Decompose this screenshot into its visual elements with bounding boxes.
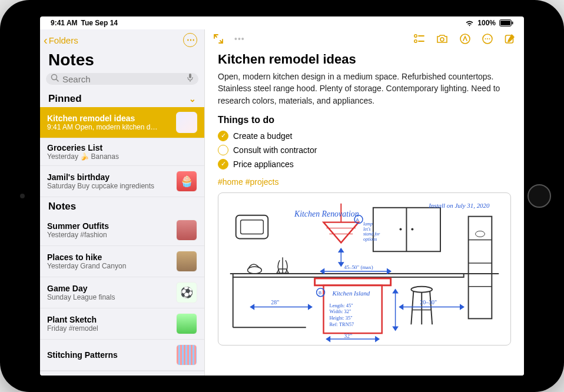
note-title: Places to hike xyxy=(47,253,171,262)
sidebar-footer-count: 22 Notes xyxy=(40,371,204,376)
note-tags[interactable]: #home #projects xyxy=(218,177,511,187)
drag-grip-icon[interactable]: ••• xyxy=(234,34,245,44)
status-date: Tue Sep 14 xyxy=(81,19,118,27)
svg-point-11 xyxy=(440,38,444,41)
note-item-gameday[interactable]: Game Day Sunday League finals ⚽ xyxy=(40,277,204,308)
svg-point-23 xyxy=(400,228,402,230)
note-item-stitching[interactable]: Stitching Patterns xyxy=(40,340,204,371)
note-item-birthday[interactable]: Jamil's birthday Saturday Buy cupcake in… xyxy=(40,166,204,197)
note-item-groceries[interactable]: Groceries List Yesterday 🍌 Bananas xyxy=(40,138,204,166)
note-heading: Kitchen remodel ideas xyxy=(218,52,511,67)
checklist-item[interactable]: ✓ Price appliances xyxy=(218,157,511,171)
note-item-plant[interactable]: Plant Sketch Friday #remodel xyxy=(40,308,204,340)
marker-a: A xyxy=(356,217,359,222)
notes-section-header[interactable]: Notes xyxy=(40,197,204,215)
note-meta: Saturday Buy cupcake ingredients xyxy=(47,182,171,190)
svg-point-7 xyxy=(414,35,417,37)
battery-icon xyxy=(499,19,513,26)
pinned-section-header[interactable]: Pinned ⌄ xyxy=(40,89,204,107)
svg-rect-25 xyxy=(469,217,492,319)
note-meta: Yesterday #fashion xyxy=(47,231,171,239)
note-item-hike[interactable]: Places to hike Yesterday Grand Canyon xyxy=(40,246,204,277)
note-content[interactable]: Kitchen remodel ideas Open, modern kitch… xyxy=(205,48,524,354)
note-meta: Friday #remodel xyxy=(47,324,171,333)
sketch-lamp-note: lamplet'sstand foroptions xyxy=(363,221,380,242)
svg-point-15 xyxy=(487,38,488,39)
note-title: Summer Outfits xyxy=(47,221,171,231)
svg-rect-5 xyxy=(189,74,191,78)
dim-bottom: 32" xyxy=(344,333,352,339)
notes-label: Notes xyxy=(48,201,76,212)
checklist-item[interactable]: ✓ Create a budget xyxy=(218,129,511,143)
compose-button[interactable] xyxy=(504,33,516,45)
chevron-left-icon: ‹ xyxy=(44,34,48,47)
svg-point-36 xyxy=(248,267,262,274)
svg-point-9 xyxy=(414,40,417,42)
note-thumbnail xyxy=(176,344,197,366)
chevron-down-icon: ⌄ xyxy=(189,94,196,104)
search-input[interactable] xyxy=(62,74,187,84)
checkbox-checked-icon[interactable]: ✓ xyxy=(218,131,228,141)
marker-b: B xyxy=(319,290,321,295)
camera-button[interactable] xyxy=(436,34,449,44)
note-title: Stitching Patterns xyxy=(47,350,171,360)
svg-line-4 xyxy=(57,79,59,82)
checklist-item[interactable]: Consult with contractor xyxy=(218,143,511,157)
search-field[interactable] xyxy=(46,73,198,85)
detail-more-button[interactable] xyxy=(482,33,493,45)
status-time: 9:41 AM xyxy=(51,19,78,27)
notes-list: Summer Outfits Yesterday #fashion Places… xyxy=(40,215,204,371)
checklist-text: Create a budget xyxy=(233,131,292,141)
checklist-text: Consult with contractor xyxy=(233,145,317,155)
note-title: Jamil's birthday xyxy=(47,172,171,182)
note-item-kitchen[interactable]: Kitchen remodel ideas 9:41 AM Open, mode… xyxy=(40,107,204,138)
wifi-icon xyxy=(465,20,474,26)
dim-counter: 45–50" (max) xyxy=(344,264,373,270)
checklist-text: Price appliances xyxy=(233,160,294,169)
note-title: Game Day xyxy=(47,284,171,293)
checkbox-checked-icon[interactable]: ✓ xyxy=(218,159,228,170)
back-to-folders[interactable]: ‹ Folders xyxy=(44,34,78,47)
island-spec: Width: 32" xyxy=(329,308,351,314)
ellipsis-icon: ⋯ xyxy=(187,35,194,45)
svg-line-41 xyxy=(430,291,432,325)
island-label: Kitchen Island xyxy=(331,290,370,297)
note-thumbnail xyxy=(176,251,197,272)
island-spec: Height: 35" xyxy=(329,315,352,321)
battery-percent: 100% xyxy=(477,19,496,27)
note-meta: Yesterday 🍌 Bananas xyxy=(47,152,197,161)
note-thumbnail xyxy=(176,112,197,133)
device-camera xyxy=(20,194,25,198)
note-description: Open, modern kitchen design in a medium … xyxy=(218,71,511,107)
note-item-outfits[interactable]: Summer Outfits Yesterday #fashion xyxy=(40,215,204,246)
back-label: Folders xyxy=(49,35,78,45)
svg-rect-37 xyxy=(315,278,391,285)
svg-rect-20 xyxy=(241,220,264,234)
mic-icon[interactable] xyxy=(187,73,194,85)
pinned-label: Pinned xyxy=(48,93,82,105)
note-thumbnail: ⚽ xyxy=(176,282,197,303)
pinned-list: Kitchen remodel ideas 9:41 AM Open, mode… xyxy=(40,107,204,197)
checkbox-unchecked-icon[interactable] xyxy=(218,145,228,155)
note-title: Kitchen remodel ideas xyxy=(47,114,171,123)
sketch-title: Kitchen Renovation xyxy=(294,210,359,218)
dim-right: 20–30" xyxy=(420,298,437,305)
search-icon xyxy=(51,74,59,84)
island-spec: Length: 45" xyxy=(329,302,353,308)
expand-button[interactable] xyxy=(213,34,224,44)
svg-rect-1 xyxy=(500,21,510,25)
svg-line-40 xyxy=(411,291,413,325)
note-detail: ••• xyxy=(205,29,524,376)
sketch-attachment[interactable]: Kitchen Renovation Install on July 31, 2… xyxy=(218,192,511,346)
note-thumbnail: 🧁 xyxy=(176,171,197,192)
note-meta: Yesterday Grand Canyon xyxy=(47,262,171,270)
svg-point-24 xyxy=(411,228,413,230)
markup-button[interactable] xyxy=(459,33,471,45)
checklist-button[interactable] xyxy=(413,34,425,44)
home-button[interactable] xyxy=(527,184,551,208)
dim-left: 28" xyxy=(271,298,279,305)
svg-rect-33 xyxy=(233,274,464,277)
note-title: Plant Sketch xyxy=(47,315,171,324)
sidebar-more-button[interactable]: ⋯ xyxy=(183,33,197,47)
island-spec: Ref: TRN57 xyxy=(329,321,354,327)
